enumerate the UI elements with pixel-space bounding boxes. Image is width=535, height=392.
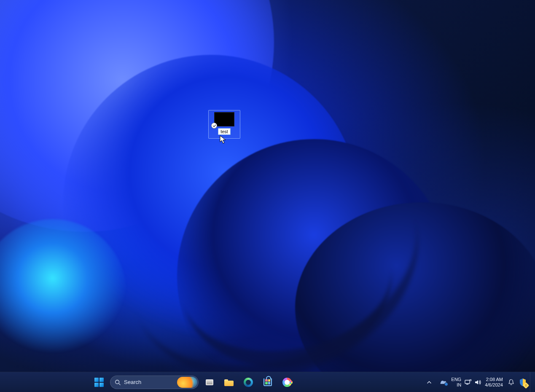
desktop-icon-test[interactable]: test xyxy=(208,110,240,139)
svg-rect-2 xyxy=(465,380,470,384)
clock-time: 2:08 AM xyxy=(485,377,503,382)
taskbar-search[interactable]: Search xyxy=(110,376,199,389)
file-explorer-icon xyxy=(224,379,234,386)
language-code: ENG xyxy=(451,377,461,382)
notifications-button[interactable] xyxy=(506,379,516,385)
windows-logo-icon xyxy=(94,378,104,387)
svg-rect-4 xyxy=(470,379,471,381)
language-region: IN xyxy=(451,382,461,388)
clock-tray[interactable]: 2:08 AM 4/6/2024 xyxy=(485,377,503,388)
icon-label: test xyxy=(220,129,228,134)
edge-icon xyxy=(244,378,253,387)
edge-button[interactable] xyxy=(240,374,257,391)
svg-line-1 xyxy=(119,383,121,385)
selection-check-icon xyxy=(211,123,217,129)
file-thumbnail xyxy=(214,112,234,126)
chevron-up-icon xyxy=(427,380,431,384)
task-view-button[interactable] xyxy=(201,374,218,391)
microsoft-store-button[interactable] xyxy=(259,374,276,391)
file-explorer-button[interactable] xyxy=(220,374,237,391)
show-desktop-button[interactable] xyxy=(530,372,532,392)
bell-icon xyxy=(508,379,514,385)
desktop-area[interactable]: test xyxy=(0,0,535,372)
network-tray[interactable] xyxy=(465,379,471,385)
search-icon xyxy=(115,379,121,385)
search-highlight-art xyxy=(177,377,197,388)
search-placeholder: Search xyxy=(124,379,141,385)
svg-rect-3 xyxy=(466,384,468,384)
tray-overflow-button[interactable] xyxy=(423,374,435,391)
paint-icon xyxy=(282,378,292,387)
windows-security-tray[interactable] xyxy=(519,378,527,387)
language-indicator[interactable]: ENG IN xyxy=(451,377,461,388)
volume-tray[interactable] xyxy=(475,379,481,385)
volume-icon xyxy=(475,379,481,385)
task-view-icon xyxy=(206,379,213,385)
onedrive-icon xyxy=(439,380,447,385)
paint-button[interactable] xyxy=(279,374,296,391)
network-icon xyxy=(465,379,471,385)
store-icon xyxy=(263,379,272,386)
warning-badge-icon xyxy=(523,382,530,389)
start-button[interactable] xyxy=(91,374,108,391)
clock-date: 4/6/2024 xyxy=(485,382,503,388)
icon-label-editbox[interactable]: test xyxy=(218,128,231,135)
onedrive-tray[interactable] xyxy=(438,380,448,385)
taskbar: Search ENG IN xyxy=(0,372,535,392)
